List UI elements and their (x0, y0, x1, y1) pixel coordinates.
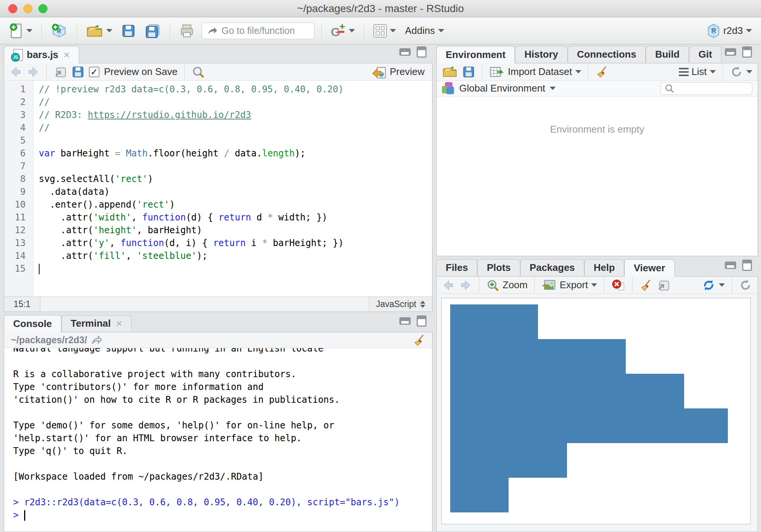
goto-file-input[interactable] (222, 25, 304, 36)
code-line[interactable]: .attr('y', function(d, i) { return i * b… (39, 237, 432, 249)
new-project-button[interactable]: R (49, 21, 70, 41)
print-button[interactable] (177, 22, 197, 40)
broom-icon[interactable] (595, 65, 608, 79)
zoom-window-button[interactable] (38, 4, 47, 13)
code-line[interactable]: // R2D3: https://rstudio.github.io/r2d3 (39, 109, 432, 121)
code-line[interactable]: .attr('width', function(d) { return d * … (39, 211, 432, 224)
goto-directory-icon[interactable] (91, 335, 103, 346)
code-line[interactable]: .attr('fill', 'steelblue'); (39, 249, 432, 262)
line-number: 11 (4, 211, 26, 224)
code-line[interactable]: .enter().append('rect') (39, 198, 432, 211)
cursor-position[interactable]: 15:1 (4, 297, 40, 312)
save-icon[interactable] (462, 66, 475, 78)
tab-help[interactable]: Help (584, 259, 624, 276)
workspace-panes-button[interactable] (371, 23, 398, 39)
minimize-pane-button[interactable] (725, 261, 736, 269)
toolbar-separator (482, 64, 482, 80)
console-output-line: Type 'contributors()' for more informati… (13, 381, 432, 393)
save-all-button[interactable] (142, 22, 163, 40)
preview-button[interactable]: Preview (369, 63, 427, 81)
tab-bars-js[interactable]: JSbars.js× (4, 46, 79, 63)
remove-item-icon[interactable] (611, 278, 625, 292)
tab-console[interactable]: Console (4, 315, 61, 332)
back-icon[interactable] (442, 280, 455, 291)
environment-search-input[interactable] (677, 83, 744, 94)
code-line[interactable]: // !preview r2d3 data=c(0.3, 0.6, 0.8, 0… (39, 83, 432, 96)
svg-text:R: R (711, 27, 716, 35)
broom-icon[interactable] (413, 333, 425, 347)
toolbar-separator (479, 277, 479, 294)
preview-on-save-checkbox[interactable]: ✓ (89, 67, 99, 77)
minimize-pane-button[interactable] (399, 317, 411, 325)
code-token: return (213, 238, 246, 248)
tab-build[interactable]: Build (646, 46, 689, 63)
tab-terminal[interactable]: Terminal× (61, 315, 132, 332)
open-file-button[interactable] (84, 22, 115, 40)
search-icon[interactable] (191, 65, 205, 79)
tab-history[interactable]: History (515, 46, 568, 63)
save-button[interactable] (119, 22, 138, 40)
environment-scope-selector[interactable]: Global Environment (459, 83, 545, 94)
forward-icon[interactable] (459, 280, 472, 291)
import-dataset-button[interactable]: Import Dataset (489, 65, 581, 79)
updown-icon (420, 301, 425, 308)
environment-stack-icon (442, 82, 455, 95)
version-control-button[interactable]: G+ (329, 21, 357, 41)
tab-environment[interactable]: Environment (436, 46, 515, 63)
maximize-pane-button[interactable] (742, 260, 752, 271)
language-mode-selector[interactable]: JavaScript (369, 297, 432, 312)
new-file-button[interactable] (7, 21, 35, 41)
code-line[interactable] (39, 160, 432, 173)
open-folder-icon[interactable] (442, 65, 458, 79)
zoom-button[interactable]: Zoom (486, 278, 527, 292)
tab-packages[interactable]: Packages (520, 259, 584, 276)
save-icon (121, 24, 136, 38)
tab-close-icon[interactable]: × (116, 318, 122, 330)
back-icon[interactable] (9, 66, 22, 78)
code-line[interactable]: .data(data) (39, 185, 432, 198)
tab-git[interactable]: Git (689, 46, 721, 63)
open-in-new-window-icon[interactable] (657, 279, 670, 292)
save-icon[interactable] (72, 66, 84, 78)
bar (450, 374, 684, 408)
code-editor[interactable]: 123456789101112131415 // !preview r2d3 d… (4, 81, 432, 297)
sync-button[interactable] (701, 278, 725, 292)
maximize-pane-button[interactable] (742, 46, 752, 58)
tab-close-icon[interactable]: × (64, 49, 70, 61)
broom-icon[interactable] (639, 278, 652, 292)
list-view-button[interactable]: List (679, 66, 716, 78)
code-area[interactable]: // !preview r2d3 data=c(0.3, 0.6, 0.8, 0… (34, 81, 432, 297)
export-button[interactable]: Export (541, 279, 597, 292)
code-line[interactable]: .attr('height', barHeight) (39, 224, 432, 237)
code-line[interactable]: var barHeight = Math.floor(height / data… (39, 147, 432, 160)
minimize-pane-button[interactable] (399, 48, 411, 56)
tab-plots[interactable]: Plots (477, 259, 520, 276)
refresh-button[interactable] (730, 65, 752, 79)
tab-connections[interactable]: Connections (568, 46, 646, 63)
code-token: .attr( (39, 238, 93, 248)
code-line[interactable] (39, 262, 432, 275)
refresh-icon[interactable] (739, 278, 752, 292)
addins-button[interactable]: Addins (403, 23, 446, 38)
code-token: width; }) (273, 212, 327, 223)
maximize-pane-button[interactable] (417, 315, 426, 327)
code-token: .data(data) (39, 187, 110, 197)
code-token: (d, i) { (164, 238, 213, 248)
open-in-new-window-icon[interactable] (53, 66, 67, 78)
code-line[interactable] (39, 134, 432, 147)
tab-files[interactable]: Files (436, 259, 477, 276)
project-menu-button[interactable]: R r2d3 (704, 22, 754, 40)
environment-search-box (660, 82, 752, 95)
maximize-pane-button[interactable] (417, 46, 426, 58)
bar (450, 304, 538, 339)
code-line[interactable]: // (39, 96, 432, 109)
code-line[interactable]: svg.selectAll('rect') (39, 173, 432, 185)
minimize-window-button[interactable] (23, 4, 32, 13)
forward-icon[interactable] (27, 66, 40, 78)
minimize-pane-button[interactable] (725, 48, 736, 56)
code-line[interactable]: // (39, 121, 432, 134)
pane-window-buttons (399, 315, 432, 327)
console-output[interactable]: Natural language support but running in … (4, 348, 432, 532)
close-window-button[interactable] (8, 4, 17, 13)
tab-viewer[interactable]: Viewer (624, 259, 674, 277)
